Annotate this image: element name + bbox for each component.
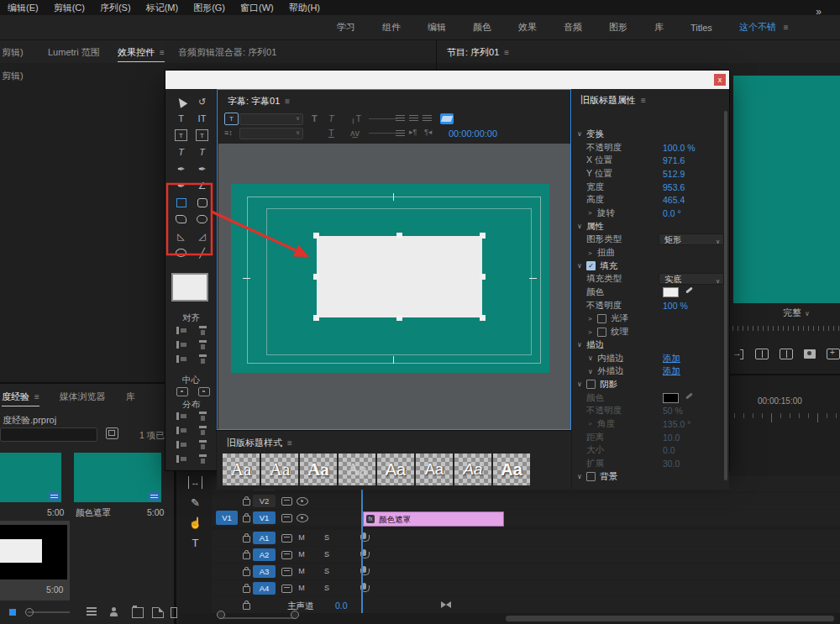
checkbox-填充[interactable]: ✓ — [586, 261, 596, 270]
chevron-right-icon[interactable]: > — [588, 249, 597, 257]
distribute-vertical-bottom-icon[interactable] — [198, 440, 209, 449]
property-value[interactable]: 100.0 % — [663, 143, 696, 153]
lock-icon[interactable] — [243, 516, 250, 522]
chevron-down-icon[interactable]: ∨ — [588, 368, 597, 375]
distribute-horizontal-right-icon[interactable] — [176, 440, 187, 449]
menu-item-窗口(W)[interactable]: 窗口(W) — [233, 0, 281, 15]
align-right-icon[interactable] — [423, 115, 432, 123]
eyedropper-icon[interactable] — [684, 393, 694, 403]
tab-lumetri-scopes[interactable]: Lumetri 范围 — [48, 46, 100, 59]
align-center-icon[interactable] — [409, 115, 418, 123]
tab-source-clip-fragment[interactable]: 剪辑) — [2, 46, 24, 59]
selection-handle[interactable] — [480, 315, 486, 321]
wedge-tool[interactable]: ◺ — [173, 230, 190, 242]
solo-button[interactable]: S — [322, 583, 332, 593]
menu-item-编辑(E)[interactable]: 编辑(E) — [0, 0, 46, 15]
track-output-icon[interactable] — [281, 568, 292, 576]
extract-icon[interactable] — [780, 349, 793, 359]
window-titlebar[interactable]: x — [165, 71, 729, 89]
lock-icon[interactable] — [243, 536, 250, 543]
chevron-down-icon[interactable]: ∨ — [577, 341, 586, 349]
rotation-tool[interactable]: ↺ — [194, 96, 211, 107]
zoom-level-select[interactable]: 完整∨ — [783, 307, 810, 319]
workspace-tab-颜色[interactable]: 颜色 — [459, 21, 505, 34]
properties-scrollbar[interactable] — [724, 111, 727, 480]
chevron-down-icon[interactable]: ∨ — [577, 380, 586, 388]
menu-item-序列(S)[interactable]: 序列(S) — [92, 0, 139, 15]
drawn-rectangle[interactable] — [317, 236, 482, 317]
toggle-track-output-icon[interactable] — [297, 514, 308, 522]
workspace-tab-音频[interactable]: 音频 — [550, 21, 596, 34]
font-style-select[interactable] — [239, 128, 303, 139]
new-item-icon[interactable] — [152, 607, 164, 618]
track-zoom-slider[interactable] — [220, 617, 294, 619]
selection-handle[interactable] — [480, 233, 486, 239]
new-bin-icon[interactable] — [132, 607, 144, 618]
rectangle-tool[interactable] — [173, 197, 190, 208]
close-icon[interactable]: x — [714, 74, 726, 86]
tab-project[interactable]: 度经验≡ — [2, 391, 39, 406]
background-video-timecode[interactable]: 00:00:00:00 — [449, 128, 497, 139]
solo-button[interactable]: S — [322, 549, 332, 559]
track-target-V1[interactable]: V1 — [253, 511, 276, 524]
lock-icon[interactable] — [243, 553, 250, 559]
underline-button[interactable]: T — [328, 128, 334, 138]
title-templates-icon[interactable]: T — [224, 113, 239, 125]
type-tool[interactable]: T — [192, 537, 199, 549]
track-output-icon[interactable] — [281, 514, 292, 522]
thumbnail-zoom-handle[interactable] — [25, 608, 34, 616]
bold-button[interactable]: T — [312, 113, 318, 123]
property-value[interactable]: 465.4 — [663, 195, 685, 205]
chevron-right-icon[interactable]: > — [588, 328, 597, 336]
color-swatch[interactable] — [663, 393, 679, 403]
solo-button[interactable]: S — [322, 566, 332, 576]
checkbox-光泽[interactable] — [597, 314, 606, 323]
chevron-down-icon[interactable]: ∨ — [588, 354, 597, 362]
project-item-label[interactable]: 颜色遮罩 — [76, 507, 111, 519]
workspace-overflow-button[interactable]: » — [816, 6, 822, 18]
arc-tool[interactable]: ◿ — [194, 230, 211, 242]
zoom-slider-handle[interactable] — [291, 611, 299, 619]
selection-tool[interactable] — [173, 96, 190, 107]
color-swatch[interactable] — [663, 287, 679, 297]
title-canvas[interactable] — [218, 144, 570, 429]
chevron-down-icon[interactable]: ∨ — [577, 130, 586, 138]
align-horizontal-right-icon[interactable] — [176, 354, 187, 364]
track-output-icon[interactable] — [281, 497, 292, 506]
project-item-selected-cell[interactable]: 5:00 — [0, 521, 70, 600]
project-item-color-matte-thumbnail[interactable] — [74, 453, 161, 502]
panel-menu-icon[interactable]: ≡ — [285, 97, 290, 106]
workspace-tab-图形[interactable]: 图形 — [596, 21, 641, 34]
roll-crawl-options-icon[interactable]: ≡↕ — [224, 128, 237, 138]
dropdown-图形类型[interactable]: 矩形 — [659, 233, 724, 245]
kerning-icon[interactable]: ᴀ̲ᴠ — [350, 128, 360, 138]
menu-item-图形(G)[interactable]: 图形(G) — [186, 0, 233, 15]
track-target-A3[interactable]: A3 — [253, 565, 276, 578]
program-monitor-ruler[interactable] — [732, 326, 840, 331]
workspace-menu-icon[interactable]: ≡ — [781, 23, 789, 32]
align-left-icon[interactable] — [396, 115, 405, 123]
font-family-select[interactable] — [239, 113, 303, 125]
italic-button[interactable]: T — [328, 113, 334, 123]
tab-legacy-title-properties[interactable]: 旧版标题属性≡ — [580, 94, 646, 107]
track-target-V2[interactable]: V2 — [253, 495, 276, 507]
tab-libraries[interactable]: 库 — [126, 391, 135, 406]
show-background-video-icon[interactable] — [440, 113, 454, 124]
fill-color-swatch[interactable] — [171, 273, 208, 302]
title-style-swatch-5[interactable]: Aa — [377, 454, 414, 485]
selection-handle[interactable] — [396, 315, 402, 321]
chevron-down-icon[interactable]: ∨ — [577, 473, 586, 480]
menu-item-帮助(H)[interactable]: 帮助(H) — [281, 0, 328, 15]
kerning-slider[interactable] — [369, 133, 397, 134]
checkbox-纹理[interactable] — [597, 328, 606, 337]
align-vertical-bottom-icon[interactable] — [198, 354, 209, 364]
title-style-swatch-7[interactable]: Aa — [454, 454, 491, 485]
toggle-track-output-icon[interactable] — [297, 497, 308, 506]
align-vertical-top-icon[interactable] — [198, 326, 209, 335]
chevron-right-icon[interactable]: > — [588, 420, 597, 427]
font-size-slider[interactable] — [369, 118, 397, 119]
type-tool[interactable]: T — [173, 113, 190, 124]
panel-menu-icon[interactable]: ≡ — [287, 438, 292, 448]
track-select-tool[interactable]: ↔ — [188, 476, 202, 489]
distribute-horizontal-center-icon[interactable] — [176, 426, 187, 435]
